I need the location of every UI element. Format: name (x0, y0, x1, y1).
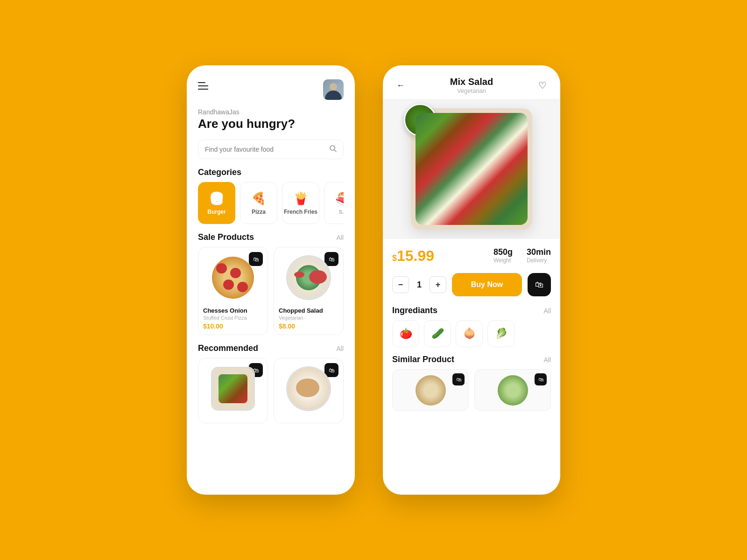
similar-header: Similar Product All (392, 355, 551, 364)
cart-icon-button[interactable]: 🛍 (528, 273, 551, 296)
sale-product-2: 🛍 Chopped Salad Vegetarian $8.00 (274, 247, 344, 335)
recommended-title: Recommended (198, 343, 258, 353)
similar-cart-btn-1[interactable]: 🛍 (452, 373, 465, 385)
detail-title: Mix Salad (450, 77, 493, 87)
big-salad-container (411, 108, 532, 230)
search-icon[interactable] (329, 145, 337, 154)
category-burger[interactable]: 🍔 Burger (198, 182, 235, 224)
product-detail-price: $15.99 (392, 247, 434, 265)
sale-header: Sale Products All (198, 232, 344, 242)
sushi-icon: 🍣 (335, 192, 344, 206)
similar-food-1 (416, 375, 446, 406)
menu-line-2 (198, 85, 208, 86)
pizza-icon: 🍕 (251, 191, 266, 206)
sale-product-1: 🛍 Chesses Onion Stuffed Crust Pizza $10.… (198, 247, 268, 335)
detail-title-wrap: Mix Salad Vegetarian (450, 77, 493, 94)
category-pizza[interactable]: 🍕 Pizza (240, 182, 277, 224)
detail-food-image (383, 99, 560, 239)
search-input[interactable] (205, 146, 325, 153)
greeting-name: RandhawaJas (198, 108, 344, 116)
burger-label: Burger (207, 209, 226, 215)
product-name-1: Chesses Onion (203, 307, 263, 314)
price-dollar: $ (392, 253, 397, 263)
onion-icon: 🧅 (463, 328, 476, 340)
menu-icon[interactable] (198, 79, 208, 90)
ingredients-row: 🍅 🥒 🧅 🥬 (392, 320, 551, 347)
burger-icon: 🍔 (209, 191, 224, 206)
greeting-section: RandhawaJas Are you hungry? (198, 108, 344, 131)
salad-food-img (288, 257, 330, 299)
tomato-icon: 🍅 (400, 328, 412, 340)
weight-stat: 850g Weight (493, 247, 513, 264)
similar-products-row: 🛍 🛍 (392, 369, 551, 411)
ingredient-lettuce: 🥬 (487, 320, 514, 347)
menu-line-1 (198, 82, 205, 83)
categories-header: Categories (198, 168, 344, 177)
quantity-display: 1 (415, 280, 424, 290)
product-price-2: $8.00 (279, 322, 338, 330)
sale-section: Sale Products All 🛍 Chesses Onion Stuffe… (198, 232, 344, 335)
buy-now-button[interactable]: Buy Now (452, 273, 522, 296)
lettuce-icon: 🥬 (495, 328, 507, 340)
delivery-stat: 30min Delivery (527, 247, 551, 264)
left-phone: RandhawaJas Are you hungry? Categories 🍔… (187, 65, 355, 495)
categories-section: Categories 🍔 Burger 🍕 Pizza 🍟 French Fri… (198, 168, 344, 224)
similar-section: Similar Product All 🛍 🛍 (392, 355, 551, 411)
ingredient-tomato: 🍅 (392, 320, 419, 347)
greeting-main: Are you hungry? (198, 117, 344, 131)
fries-icon: 🍟 (293, 191, 308, 206)
product-sub-1: Stuffed Crust Pizza (203, 315, 263, 321)
category-sushi[interactable]: 🍣 S... (324, 182, 344, 224)
category-fries[interactable]: 🍟 French Fries (282, 182, 319, 224)
recommended-products-row: 🛍 🛍 (198, 358, 344, 423)
cart-btn-rec-2[interactable]: 🛍 (324, 363, 338, 377)
mixsalad-food-img (212, 368, 254, 409)
product-sub-2: Vegetarian (279, 315, 338, 321)
sale-title: Sale Products (198, 232, 254, 242)
categories-row: 🍔 Burger 🍕 Pizza 🍟 French Fries 🍣 S... (198, 182, 344, 224)
pizza-label: Pizza (252, 209, 266, 215)
favorite-button[interactable]: ♡ (534, 77, 551, 94)
ingredient-cucumber: 🥒 (424, 320, 451, 347)
fries-label: French Fries (284, 209, 317, 215)
avatar[interactable] (323, 79, 344, 100)
pizza-food-img (212, 257, 254, 299)
recommended-section: Recommended All 🛍 🛍 (198, 343, 344, 423)
qty-minus-button[interactable]: − (392, 276, 409, 293)
sale-all[interactable]: All (336, 234, 344, 241)
delivery-value: 30min (527, 247, 551, 257)
product-name-2: Chopped Salad (279, 307, 338, 314)
ingredients-title: Ingrediants (392, 306, 437, 315)
similar-cart-btn-2[interactable]: 🛍 (535, 373, 547, 385)
sale-products-row: 🛍 Chesses Onion Stuffed Crust Pizza $10.… (198, 247, 344, 335)
cucumber-icon: 🥒 (431, 328, 444, 340)
similar-product-2: 🛍 (474, 369, 551, 411)
recommended-product-2: 🛍 (274, 358, 344, 423)
detail-header: ← Mix Salad Vegetarian ♡ (383, 65, 560, 99)
similar-product-1: 🛍 (392, 369, 469, 411)
buy-row: − 1 + Buy Now 🛍 (392, 273, 551, 296)
similar-food-2 (498, 375, 528, 406)
chicken-food-img (288, 368, 330, 410)
cart-btn-2[interactable]: 🛍 (324, 252, 338, 266)
ingredient-onion: 🧅 (456, 320, 483, 347)
recommended-all[interactable]: All (336, 345, 344, 352)
categories-title: Categories (198, 168, 241, 177)
similar-all[interactable]: All (543, 356, 551, 364)
search-bar (198, 140, 344, 159)
cart-btn-1[interactable]: 🛍 (249, 252, 263, 266)
detail-info: $15.99 850g Weight 30min Delivery − 1 + … (383, 239, 560, 495)
buy-now-label: Buy Now (471, 280, 503, 289)
ingredients-header: Ingrediants All (392, 306, 551, 315)
ingredients-section: Ingrediants All 🍅 🥒 🧅 🥬 (392, 306, 551, 347)
back-button[interactable]: ← (392, 77, 409, 94)
price-value: 15.99 (397, 247, 434, 264)
delivery-label: Delivery (527, 257, 551, 264)
avatar-image (323, 79, 344, 100)
weight-value: 850g (493, 247, 513, 257)
sushi-label: S... (339, 209, 344, 215)
svg-line-1 (334, 150, 336, 152)
qty-plus-button[interactable]: + (430, 276, 446, 293)
right-phone: ← Mix Salad Vegetarian ♡ $15.99 850g Wei… (383, 65, 560, 495)
ingredients-all[interactable]: All (543, 307, 551, 315)
